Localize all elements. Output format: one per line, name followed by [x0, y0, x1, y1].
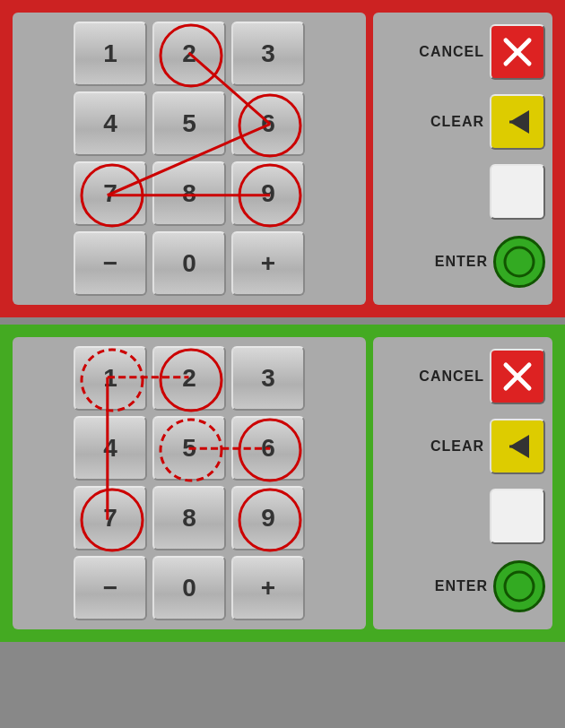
key-1-bottom[interactable]: 1: [74, 346, 147, 411]
blank-button-bottom: [490, 489, 545, 544]
key-2-top[interactable]: 2: [152, 22, 226, 86]
back-icon-bottom: [500, 429, 535, 464]
key-4-top[interactable]: 4: [74, 91, 147, 156]
cancel-button-top[interactable]: [490, 24, 545, 80]
key-2-bottom[interactable]: 2: [152, 346, 226, 411]
keypad-bottom: 1 2 3 4 5: [13, 337, 366, 629]
keypad-row-b2: 4 5 6: [20, 416, 359, 481]
key-3-top[interactable]: 3: [231, 22, 305, 86]
clear-button-bottom[interactable]: [490, 419, 545, 474]
svg-point-16: [82, 490, 143, 550]
key-5-bottom[interactable]: 5: [152, 416, 226, 481]
svg-point-13: [161, 350, 222, 411]
enter-row-bottom: ENTER: [380, 554, 545, 619]
key-0-bottom[interactable]: 0: [152, 556, 226, 620]
key-8-bottom[interactable]: 8: [152, 486, 226, 550]
enter-icon-top: [501, 244, 537, 280]
key-9-bottom[interactable]: 9: [231, 486, 305, 550]
keypad-row-1: 1 2 3: [20, 22, 359, 86]
x-icon-top: [500, 35, 535, 69]
svg-point-3: [239, 165, 300, 226]
svg-point-14: [161, 420, 222, 481]
svg-point-12: [82, 350, 143, 411]
back-icon-top: [500, 105, 535, 139]
keypad-row-b3: 7 8 9: [20, 486, 359, 550]
blank-row-top: [380, 160, 545, 224]
clear-button-top[interactable]: [490, 94, 545, 150]
keypad-row-b4: − 0 +: [20, 556, 359, 620]
enter-button-bottom[interactable]: [493, 560, 545, 612]
keypad-row-3: 7 8 9: [20, 161, 359, 226]
key-7-bottom[interactable]: 7: [74, 486, 147, 550]
enter-label-bottom: ENTER: [435, 578, 488, 594]
key-6-bottom[interactable]: 6: [231, 416, 305, 481]
key-plus-bottom[interactable]: +: [231, 556, 305, 620]
svg-point-11: [505, 247, 534, 276]
blank-row-bottom: [380, 484, 545, 549]
key-plus-top[interactable]: +: [231, 231, 305, 296]
keypad-top: 1 2 3 4 5 6: [13, 13, 366, 305]
bottom-panel: 1 2 3 4 5: [0, 325, 565, 642]
cancel-button-bottom[interactable]: [490, 349, 545, 404]
key-minus-top[interactable]: −: [74, 231, 147, 296]
keypad-row-4: − 0 +: [20, 231, 359, 296]
clear-row-bottom: CLEAR: [380, 414, 545, 479]
key-3-bottom[interactable]: 3: [231, 346, 305, 411]
keypad-row-b1: 1 2 3: [20, 346, 359, 411]
key-minus-bottom[interactable]: −: [74, 556, 147, 620]
cancel-label-top: CANCEL: [419, 44, 484, 60]
svg-point-2: [82, 165, 143, 226]
enter-row-top: ENTER: [380, 230, 545, 294]
cancel-row-top: CANCEL: [380, 20, 545, 84]
cancel-label-bottom: CANCEL: [419, 368, 484, 385]
key-7-top[interactable]: 7: [74, 161, 147, 226]
side-buttons-top: CANCEL CLEAR ENTER: [373, 13, 552, 305]
key-0-top[interactable]: 0: [152, 231, 226, 296]
key-5-top[interactable]: 5: [152, 91, 226, 156]
keypad-row-2: 4 5 6: [20, 91, 359, 156]
clear-row-top: CLEAR: [380, 90, 545, 154]
clear-label-top: CLEAR: [430, 114, 484, 130]
svg-point-17: [239, 490, 300, 550]
svg-point-15: [239, 420, 300, 481]
clear-label-bottom: CLEAR: [430, 438, 484, 455]
blank-button-top: [490, 164, 545, 220]
svg-point-25: [505, 572, 534, 601]
key-8-top[interactable]: 8: [152, 161, 226, 226]
enter-label-top: ENTER: [435, 254, 488, 270]
side-buttons-bottom: CANCEL CLEAR ENTER: [373, 337, 552, 629]
key-1-top[interactable]: 1: [74, 22, 147, 86]
key-4-bottom[interactable]: 4: [74, 416, 147, 481]
x-icon-bottom: [500, 360, 535, 394]
key-6-top[interactable]: 6: [231, 91, 305, 156]
svg-point-1: [239, 95, 300, 156]
svg-point-0: [161, 25, 222, 86]
cancel-row-bottom: CANCEL: [380, 344, 545, 409]
enter-button-top[interactable]: [493, 236, 545, 288]
top-panel: 1 2 3 4 5 6: [0, 0, 565, 317]
enter-icon-bottom: [501, 568, 537, 604]
key-9-top[interactable]: 9: [231, 161, 305, 226]
